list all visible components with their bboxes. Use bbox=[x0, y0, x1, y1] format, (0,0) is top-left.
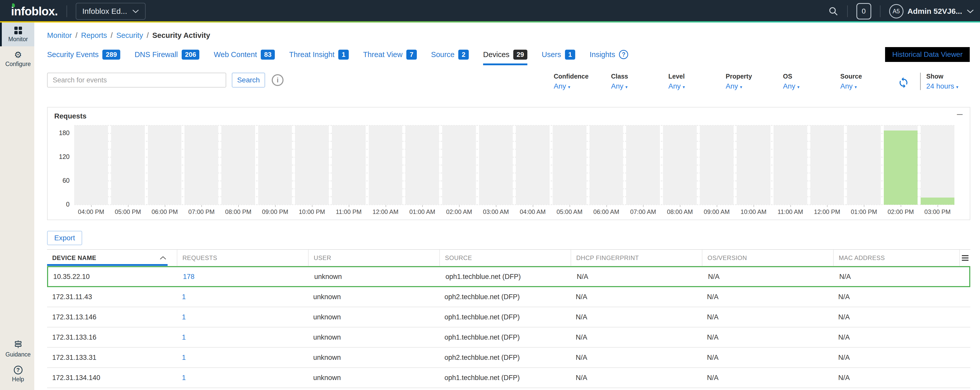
chart-hour-band[interactable] bbox=[111, 126, 145, 205]
tab-label: Insights bbox=[590, 50, 615, 59]
chart-hour-band[interactable] bbox=[148, 126, 182, 205]
chart-hour-band[interactable] bbox=[884, 126, 918, 205]
chart-hour-band[interactable] bbox=[663, 126, 697, 205]
breadcrumb-link[interactable]: Reports bbox=[81, 31, 107, 40]
chart-hour-band[interactable] bbox=[369, 126, 402, 205]
tab-users[interactable]: Users1 bbox=[542, 49, 575, 60]
table-row[interactable]: 172.31.11.431unknownoph2.techblue.net (D… bbox=[47, 287, 970, 307]
chart-hour-band[interactable] bbox=[295, 126, 329, 205]
breadcrumb-separator: / bbox=[146, 31, 149, 40]
app-selector-dropdown[interactable]: Infoblox Ed... bbox=[76, 3, 146, 20]
column-header-device-name[interactable]: DEVICE NAME bbox=[47, 250, 177, 266]
tab-threat-insight[interactable]: Threat Insight1 bbox=[289, 49, 349, 60]
cell-requests-link[interactable]: 1 bbox=[177, 293, 308, 301]
x-axis-tick-label: 10:00 PM bbox=[295, 208, 329, 215]
sidebar-item-help[interactable]: ?Help bbox=[0, 361, 34, 387]
breadcrumb-link[interactable]: Security bbox=[116, 31, 143, 40]
chart-hour-band[interactable] bbox=[773, 126, 807, 205]
cell-requests-link[interactable]: 1 bbox=[177, 313, 308, 321]
tab-devices[interactable]: Devices29 bbox=[483, 49, 527, 60]
chart-hour-band[interactable] bbox=[74, 126, 108, 205]
search-input[interactable] bbox=[47, 73, 226, 88]
tab-threat-view[interactable]: Threat View7 bbox=[363, 49, 417, 60]
column-header-os-version[interactable]: OS/VERSION bbox=[702, 250, 833, 266]
column-settings-menu[interactable] bbox=[959, 250, 970, 266]
refresh-icon[interactable] bbox=[897, 73, 920, 89]
table-row[interactable]: 172.31.13.1461unknownoph1.techblue.net (… bbox=[47, 307, 970, 328]
cell-requests-link[interactable]: 1 bbox=[177, 333, 308, 341]
filter-value-dropdown[interactable]: Any ▾ bbox=[668, 82, 725, 90]
cell-requests-link[interactable]: 1 bbox=[177, 353, 308, 361]
question-icon: ? bbox=[14, 366, 22, 374]
collapse-panel-icon[interactable]: – bbox=[957, 108, 963, 119]
signpost-icon bbox=[14, 340, 22, 350]
chart-hour-band[interactable] bbox=[553, 126, 587, 205]
table-cell: unknown bbox=[308, 313, 439, 321]
sort-asc-icon[interactable] bbox=[159, 255, 167, 261]
chart-hour-band[interactable] bbox=[221, 126, 255, 205]
filter-value-dropdown[interactable]: Any ▾ bbox=[840, 82, 897, 90]
filter-value-dropdown[interactable]: Any ▾ bbox=[725, 82, 783, 90]
table-row[interactable]: 172.31.133.161unknownoph1.techblue.net (… bbox=[47, 328, 970, 348]
column-header-requests[interactable]: REQUESTS bbox=[177, 250, 308, 266]
chart-hour-band[interactable] bbox=[479, 126, 513, 205]
filter-value-dropdown[interactable]: Any ▾ bbox=[554, 82, 611, 90]
chart-hour-band[interactable] bbox=[405, 126, 439, 205]
column-header-source[interactable]: SOURCE bbox=[439, 250, 571, 266]
chart-hour-band[interactable] bbox=[516, 126, 550, 205]
chart-hour-band[interactable] bbox=[332, 126, 366, 205]
chart-hour-band[interactable] bbox=[847, 126, 881, 205]
tab-web-content[interactable]: Web Content83 bbox=[214, 49, 275, 60]
avatar[interactable]: A5 bbox=[889, 4, 904, 18]
column-header-user[interactable]: USER bbox=[308, 250, 439, 266]
chart-hour-band[interactable] bbox=[810, 126, 844, 205]
chart-hour-band[interactable] bbox=[258, 126, 292, 205]
tab-security-events[interactable]: Security Events289 bbox=[47, 49, 120, 60]
filter-value-dropdown[interactable]: Any ▾ bbox=[611, 82, 668, 90]
notification-counter[interactable]: 0 bbox=[856, 3, 871, 19]
filter-label: Source bbox=[840, 73, 897, 80]
table-row[interactable]: 172.31.133.311unknownoph2.techblue.net (… bbox=[47, 348, 970, 368]
historical-data-viewer-button[interactable]: Historical Data Viewer bbox=[885, 47, 970, 62]
filter-show: Show24 hours ▾ bbox=[926, 73, 970, 90]
chart-hour-band[interactable] bbox=[185, 126, 218, 205]
chart-hour-band[interactable] bbox=[737, 126, 770, 205]
export-button[interactable]: Export bbox=[47, 231, 82, 245]
tab-dns-firewall[interactable]: DNS Firewall206 bbox=[135, 49, 200, 60]
chart-hour-band[interactable] bbox=[700, 126, 733, 205]
tab-source[interactable]: Source2 bbox=[431, 49, 469, 60]
x-axis-tick-label: 12:00 AM bbox=[369, 208, 402, 215]
chevron-down-icon[interactable] bbox=[967, 9, 974, 14]
chart-bar[interactable] bbox=[884, 131, 918, 205]
caret-down-icon: ▾ bbox=[625, 84, 628, 89]
tabs: Security Events289DNS Firewall206Web Con… bbox=[47, 49, 628, 60]
chart-hour-band[interactable] bbox=[590, 126, 623, 205]
chart-hour-band[interactable] bbox=[921, 126, 955, 205]
chart-hour-band[interactable] bbox=[442, 126, 476, 205]
search-icon[interactable] bbox=[828, 6, 838, 16]
help-icon[interactable]: ? bbox=[619, 50, 628, 59]
chart-bar[interactable] bbox=[921, 197, 955, 205]
table-row[interactable]: 10.35.22.10178unknownoph1.techblue.net (… bbox=[47, 266, 970, 287]
table-cell: oph1.techblue.net (DFP) bbox=[439, 374, 571, 382]
search-button[interactable]: Search bbox=[232, 73, 265, 88]
column-header-dhcp-fingerprint[interactable]: DHCP FINGERPRINT bbox=[571, 250, 702, 266]
y-axis-tick-label: 180 bbox=[53, 129, 70, 137]
table-row[interactable]: 172.31.134.1401unknownoph1.techblue.net … bbox=[47, 368, 970, 388]
sidebar-item-monitor[interactable]: Monitor bbox=[0, 22, 34, 46]
show-value-dropdown[interactable]: 24 hours ▾ bbox=[926, 82, 970, 90]
user-menu[interactable]: Admin 52VJ6... bbox=[908, 7, 962, 16]
caret-down-icon: ▾ bbox=[568, 84, 570, 89]
cell-requests-link[interactable]: 1 bbox=[177, 374, 308, 382]
filter-value-dropdown[interactable]: Any ▾ bbox=[783, 82, 840, 90]
x-axis-tick-label: 06:00 AM bbox=[590, 208, 623, 215]
breadcrumb-link[interactable]: Monitor bbox=[47, 31, 72, 40]
chart-hour-band[interactable] bbox=[626, 126, 660, 205]
sidebar-item-configure[interactable]: ⚙Configure bbox=[0, 46, 34, 71]
table-cell: unknown bbox=[308, 353, 439, 361]
tab-insights[interactable]: Insights? bbox=[590, 50, 628, 59]
sidebar-item-guidance[interactable]: Guidance bbox=[0, 336, 34, 361]
info-icon[interactable]: i bbox=[272, 74, 283, 86]
cell-requests-link[interactable]: 178 bbox=[178, 273, 309, 281]
column-header-mac-address[interactable]: MAC ADDRESS bbox=[833, 250, 959, 266]
